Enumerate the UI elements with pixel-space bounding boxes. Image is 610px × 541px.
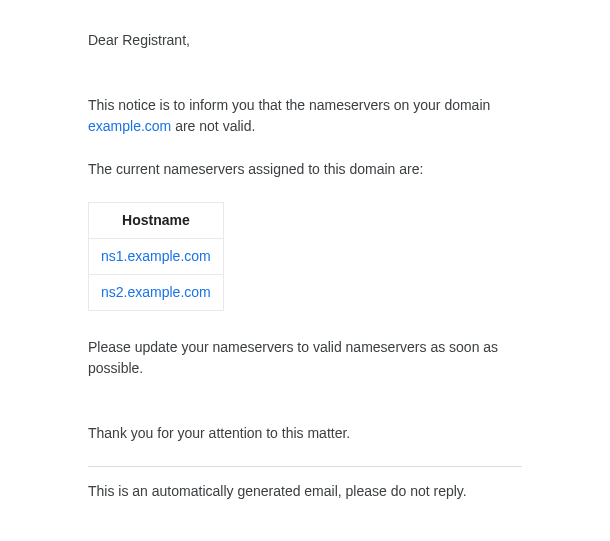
current-ns-label: The current nameservers assigned to this… xyxy=(88,159,522,180)
table-row: ns2.example.com xyxy=(89,275,224,311)
intro-prefix: This notice is to inform you that the na… xyxy=(88,97,490,113)
table-header-hostname: Hostname xyxy=(89,203,224,239)
nameserver-table: Hostname ns1.example.com ns2.example.com xyxy=(88,202,224,311)
spacer xyxy=(88,73,522,95)
thank-you: Thank you for your attention to this mat… xyxy=(88,423,522,444)
nameserver-link[interactable]: ns2.example.com xyxy=(101,284,211,300)
greeting: Dear Registrant, xyxy=(88,30,522,51)
domain-link[interactable]: example.com xyxy=(88,118,171,134)
divider xyxy=(88,466,522,467)
table-row: ns1.example.com xyxy=(89,239,224,275)
intro-suffix: are not valid. xyxy=(171,118,255,134)
spacer xyxy=(88,401,522,423)
intro-paragraph: This notice is to inform you that the na… xyxy=(88,95,522,137)
nameserver-link[interactable]: ns1.example.com xyxy=(101,248,211,264)
footer-text: This is an automatically generated email… xyxy=(88,481,522,502)
update-message: Please update your nameservers to valid … xyxy=(88,337,522,379)
